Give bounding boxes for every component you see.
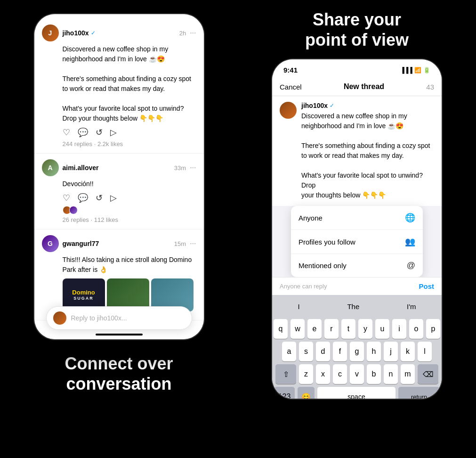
comment-icon-jiho[interactable]: 💬 bbox=[78, 127, 88, 138]
status-time: 9:41 bbox=[283, 66, 298, 74]
kb-j[interactable]: j bbox=[384, 342, 398, 361]
kb-p[interactable]: p bbox=[426, 319, 440, 339]
post-button[interactable]: Post bbox=[419, 282, 434, 290]
audience-mentioned-icon: @ bbox=[407, 261, 415, 270]
username-aimi: aimi.allover bbox=[63, 164, 99, 172]
compose-content: jiho100x ✓ Discovered a new coffee shop … bbox=[301, 102, 434, 200]
more-btn-jiho[interactable]: ··· bbox=[190, 29, 196, 37]
repost-icon-aimi[interactable]: ↺ bbox=[96, 193, 103, 203]
kb-i[interactable]: i bbox=[392, 319, 406, 339]
kb-e[interactable]: e bbox=[307, 319, 322, 339]
keyboard-row-1: q w e r t y u i o p bbox=[274, 319, 440, 339]
time-jiho: 2h bbox=[179, 30, 186, 37]
kb-v[interactable]: v bbox=[350, 364, 364, 384]
username-row-aimi: aimi.allover bbox=[63, 164, 174, 172]
kb-suggestion-i[interactable]: I bbox=[292, 301, 305, 312]
like-icon-jiho[interactable]: ♡ bbox=[63, 127, 70, 138]
kb-emoji[interactable]: 😊 bbox=[298, 387, 315, 399]
kb-suggestion-the[interactable]: The bbox=[341, 301, 365, 312]
new-thread-bar: Cancel New thread 43 bbox=[272, 78, 442, 96]
audience-anyone[interactable]: Anyone 🌐 bbox=[291, 206, 423, 230]
kb-f[interactable]: f bbox=[333, 342, 347, 361]
signal-icon: ▐▐▐ bbox=[400, 67, 412, 74]
cancel-button[interactable]: Cancel bbox=[280, 83, 302, 91]
post-content-jiho: Discovered a new coffee shop in my neigh… bbox=[63, 44, 196, 123]
aimi-likers bbox=[63, 206, 196, 214]
status-icons: ▐▐▐ 📶 🔋 bbox=[400, 67, 430, 74]
kb-s[interactable]: s bbox=[299, 342, 313, 361]
kb-numbers[interactable]: 123 bbox=[274, 387, 295, 399]
username-row-gwang: gwangurl77 bbox=[63, 240, 174, 247]
liker-avatars bbox=[63, 206, 78, 214]
stats-aimi: 26 replies · 112 likes bbox=[63, 216, 196, 223]
kb-return[interactable]: return bbox=[398, 387, 440, 399]
kb-m[interactable]: m bbox=[401, 364, 415, 384]
phone-right-content: 9:41 ▐▐▐ 📶 🔋 Cancel New thread 43 bbox=[272, 59, 442, 399]
verified-icon-jiho: ✓ bbox=[91, 30, 96, 36]
post-jiho: J jiho100x ✓ 2h ··· Discovered a new cof… bbox=[34, 19, 204, 154]
more-btn-gwang[interactable]: ··· bbox=[190, 239, 196, 248]
more-btn-aimi[interactable]: ··· bbox=[190, 164, 196, 172]
compose-username-row: jiho100x ✓ bbox=[301, 102, 434, 109]
action-row-jiho: ♡ 💬 ↺ ▷ bbox=[63, 127, 196, 138]
kb-c[interactable]: c bbox=[333, 364, 347, 384]
audience-following-icon: 👥 bbox=[405, 237, 415, 247]
char-count: 43 bbox=[426, 83, 434, 91]
share-icon-aimi[interactable]: ▷ bbox=[110, 193, 117, 203]
kb-shift[interactable]: ⇧ bbox=[275, 364, 296, 384]
kb-y[interactable]: y bbox=[358, 319, 372, 339]
compose-bottom: Anyone can reply Post bbox=[272, 277, 442, 295]
kb-k[interactable]: k bbox=[401, 342, 415, 361]
username-row-jiho: jiho100x ✓ bbox=[63, 29, 179, 37]
reply-bar[interactable]: Reply to jiho100x... bbox=[46, 306, 192, 330]
keyboard: I The I'm q w e r t y u i o p a bbox=[272, 295, 442, 399]
kb-q[interactable]: q bbox=[274, 319, 288, 339]
audience-following-label: Profiles you follow bbox=[299, 238, 355, 246]
kb-suggestion-im[interactable]: I'm bbox=[401, 301, 422, 312]
kb-o[interactable]: o bbox=[409, 319, 423, 339]
audience-mentioned[interactable]: Mentioned only @ bbox=[291, 254, 423, 277]
keyboard-suggestions: I The I'm bbox=[274, 299, 440, 316]
kb-a[interactable]: a bbox=[282, 342, 296, 361]
audience-following[interactable]: Profiles you follow 👥 bbox=[291, 230, 423, 254]
kb-l[interactable]: l bbox=[418, 342, 432, 361]
kb-w[interactable]: w bbox=[290, 319, 305, 339]
kb-g[interactable]: g bbox=[350, 342, 364, 361]
compose-text[interactable]: Discovered a new coffee shop in my neigh… bbox=[301, 111, 434, 200]
kb-u[interactable]: u bbox=[375, 319, 389, 339]
keyboard-row-2: a s d f g h j k l bbox=[274, 342, 440, 361]
stats-jiho: 244 replies · 2.2k likes bbox=[63, 140, 196, 147]
compose-area: jiho100x ✓ Discovered a new coffee shop … bbox=[272, 96, 442, 206]
kb-r[interactable]: r bbox=[324, 319, 339, 339]
kb-delete[interactable]: ⌫ bbox=[418, 364, 438, 384]
kb-z[interactable]: z bbox=[299, 364, 313, 384]
compose-avatar bbox=[280, 102, 297, 119]
kb-h[interactable]: h bbox=[367, 342, 381, 361]
action-row-aimi: ♡ 💬 ↺ ▷ bbox=[63, 193, 196, 203]
audience-mentioned-label: Mentioned only bbox=[299, 262, 347, 270]
avatar-gwang: G bbox=[42, 235, 59, 252]
kb-b[interactable]: b bbox=[367, 364, 381, 384]
phone-left-content: J jiho100x ✓ 2h ··· Discovered a new cof… bbox=[34, 14, 204, 339]
reply-input[interactable]: Reply to jiho100x... bbox=[71, 314, 127, 322]
compose-username: jiho100x bbox=[301, 102, 328, 109]
avatar-jiho: J bbox=[42, 25, 59, 41]
like-icon-aimi[interactable]: ♡ bbox=[63, 193, 70, 203]
repost-icon-jiho[interactable]: ↺ bbox=[96, 127, 103, 138]
username-gwang: gwangurl77 bbox=[63, 240, 99, 247]
left-headline: Connect over conversation bbox=[65, 353, 173, 394]
left-panel: J jiho100x ✓ 2h ··· Discovered a new cof… bbox=[0, 0, 238, 458]
kb-x[interactable]: x bbox=[316, 364, 330, 384]
kb-space[interactable]: space bbox=[317, 387, 395, 399]
time-gwang: 15m bbox=[174, 240, 186, 247]
audience-anyone-label: Anyone bbox=[299, 214, 323, 222]
comment-icon-aimi[interactable]: 💬 bbox=[78, 193, 88, 203]
anyone-can-reply-label: Anyone can reply bbox=[280, 283, 327, 290]
time-aimi: 33m bbox=[174, 164, 186, 172]
post-aimi-header: A aimi.allover 33m ··· bbox=[42, 159, 196, 176]
kb-n[interactable]: n bbox=[384, 364, 398, 384]
share-icon-jiho[interactable]: ▷ bbox=[110, 127, 117, 138]
kb-d[interactable]: d bbox=[316, 342, 330, 361]
compose-verified-icon: ✓ bbox=[330, 102, 334, 109]
kb-t[interactable]: t bbox=[341, 319, 355, 339]
